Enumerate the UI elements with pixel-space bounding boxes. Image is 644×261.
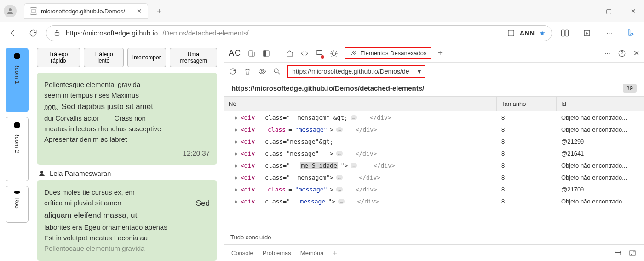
- drawer-add-button[interactable]: +: [333, 249, 337, 257]
- filter-input[interactable]: https://microsoftedge.github.io/Demos/de…: [288, 65, 426, 78]
- bug-icon[interactable]: [330, 49, 338, 58]
- trash-icon[interactable]: [243, 67, 252, 75]
- svg-rect-12: [316, 51, 322, 55]
- new-tab-button[interactable]: +: [152, 4, 167, 18]
- table-body: ▶ <div class=" mensagem" &gt;… </div>8Ob…: [224, 111, 644, 207]
- tab-title: microsoftedge.github.io/Demos/: [41, 8, 125, 15]
- msg-text: Pollentocaue elementum gravida: [44, 243, 210, 254]
- expand-triangle-icon[interactable]: ▶: [235, 175, 238, 180]
- split-screen-icon[interactable]: [558, 26, 572, 41]
- refresh-icon[interactable]: [229, 67, 237, 75]
- table-header: Nó Tamanho Id: [224, 96, 644, 111]
- msg-text: crítica mi pluvial sit amen: [44, 197, 121, 209]
- message-bubble: Dues moles tie cursus ex, em crítica mi …: [37, 180, 217, 261]
- inspect-badge[interactable]: AC: [229, 48, 241, 58]
- expand-triangle-icon[interactable]: ▶: [235, 139, 238, 144]
- table-row[interactable]: ▶ <div class=" me S idade">… </div>8Obje…: [224, 159, 644, 171]
- table-row[interactable]: ▶ <div class=" mensagem" &gt;… </div>8Ob…: [224, 111, 644, 123]
- url-host: https://microsoftedge.github.io: [66, 29, 158, 37]
- svg-point-13: [332, 52, 336, 56]
- status-dot-icon: [14, 191, 20, 194]
- menu-button[interactable]: ⋯: [602, 26, 616, 41]
- welcome-icon[interactable]: [286, 49, 294, 58]
- stop-button[interactable]: Interromper: [127, 48, 166, 67]
- rooms-sidebar: Room 1 Room 2 Roo: [0, 44, 32, 261]
- issues-icon[interactable]: [614, 249, 622, 257]
- filter-value: https://microsoftedge.github.io/Demos/de: [292, 68, 409, 75]
- room-2[interactable]: Room 2: [6, 117, 29, 181]
- slow-traffic-button[interactable]: Tráfego lento: [84, 48, 124, 67]
- help-icon[interactable]: [618, 49, 626, 58]
- detached-elements-tab[interactable]: Elementos Desanexados: [345, 47, 431, 59]
- expand-triangle-icon[interactable]: ▶: [235, 151, 238, 156]
- count-badge: 39: [623, 84, 637, 93]
- message-feed: Tráfego rápido Tráfego lento Interromper…: [32, 44, 224, 261]
- svg-point-15: [261, 70, 264, 72]
- dropdown-caret-icon[interactable]: ▾: [418, 68, 421, 75]
- close-devtools-button[interactable]: ✕: [633, 49, 639, 58]
- more-button[interactable]: ⋯: [604, 50, 610, 57]
- devtools-toolbar: https://microsoftedge.github.io/Demos/de…: [224, 63, 644, 80]
- room-1[interactable]: Room 1: [6, 48, 29, 112]
- bing-icon[interactable]: [624, 26, 638, 41]
- status-dot-icon: [14, 122, 20, 128]
- col-id-header[interactable]: Id: [557, 97, 644, 111]
- status-line: Tudo concluído: [224, 230, 644, 244]
- col-size-header[interactable]: Tamanho: [497, 97, 557, 111]
- back-button[interactable]: [6, 26, 20, 41]
- expand-triangle-icon[interactable]: ▶: [235, 199, 238, 204]
- favorite-star-icon[interactable]: ★: [539, 29, 545, 37]
- msg-text: dui Corvallis actor Crass non: [44, 113, 210, 123]
- elements-icon[interactable]: [300, 49, 309, 58]
- plug-icon: [349, 49, 357, 58]
- room-label: Room 2: [14, 132, 21, 153]
- drawer-memory-tab[interactable]: Memória: [300, 249, 324, 256]
- tab-close-icon[interactable]: ✕: [137, 7, 142, 15]
- collections-icon[interactable]: [580, 26, 594, 41]
- fast-traffic-button[interactable]: Tráfego rápido: [37, 48, 80, 67]
- maximize-button[interactable]: ▢: [602, 7, 615, 15]
- close-window-button[interactable]: ✕: [627, 7, 640, 15]
- sender-name: Lela Parameswaran: [50, 169, 111, 177]
- tab-label: Elementos Desanexados: [360, 50, 427, 57]
- table-row[interactable]: ▶ <div class-"message" >… </div>8@21641: [224, 147, 644, 159]
- msg-text: seem in tempus rises Maximus: [44, 90, 210, 100]
- browser-tab[interactable]: microsoftedge.github.io/Demos/ ✕: [24, 3, 148, 19]
- minimize-button[interactable]: —: [577, 7, 591, 15]
- drawer-problems-tab[interactable]: Problemas: [263, 249, 291, 256]
- svg-rect-5: [565, 30, 569, 36]
- msg-text: meatus in lectors rhonchus susceptive: [44, 123, 210, 134]
- one-message-button[interactable]: Uma mensagem: [170, 48, 217, 67]
- network-icon[interactable]: [315, 48, 323, 58]
- expand-triangle-icon[interactable]: ▶: [235, 115, 238, 120]
- svg-rect-17: [615, 251, 621, 255]
- col-node-header[interactable]: Nó: [224, 97, 497, 111]
- app-icon[interactable]: [507, 29, 515, 37]
- svg-point-7: [40, 171, 43, 174]
- expand-triangle-icon[interactable]: ▶: [235, 187, 238, 192]
- msg-text: Dues moles tie cursus ex, em: [44, 187, 210, 197]
- device-toggle-icon[interactable]: [247, 49, 256, 58]
- eye-icon[interactable]: [258, 67, 266, 75]
- url-input[interactable]: https://microsoftedge.github.io/Demos/de…: [46, 25, 552, 41]
- table-row[interactable]: ▶ <div class="message">… </div>8Objeto n…: [224, 123, 644, 135]
- svg-rect-1: [32, 9, 35, 13]
- more-tabs-button[interactable]: +: [438, 48, 443, 58]
- table-row[interactable]: ▶ <div class="message">… </div>8@21709: [224, 183, 644, 195]
- drawer-console-tab[interactable]: Console: [231, 249, 253, 256]
- message-bubble: Pellentesque elemental gravida seem in t…: [37, 73, 217, 165]
- table-row[interactable]: ▶ <div class=" message">… </div>8Objeto …: [224, 195, 644, 207]
- table-row[interactable]: ▶ <div class=" mensagem">… </div>8Objeto…: [224, 171, 644, 183]
- room-3[interactable]: Roo: [6, 186, 29, 223]
- profile-avatar[interactable]: [4, 5, 17, 17]
- search-icon[interactable]: [273, 67, 281, 75]
- url-path: /Demos/detached-elements/: [162, 29, 249, 37]
- expand-triangle-icon[interactable]: ▶: [235, 127, 238, 132]
- dock-icon[interactable]: [262, 49, 270, 58]
- refresh-button[interactable]: [26, 26, 40, 41]
- expand-drawer-icon[interactable]: [628, 249, 637, 257]
- svg-rect-4: [562, 30, 565, 36]
- expand-triangle-icon[interactable]: ▶: [235, 163, 238, 168]
- table-row[interactable]: ▶ <div class="message"&gt;8@21299: [224, 135, 644, 147]
- demo-app: Room 1 Room 2 Roo Tráfego rápido Tráfego…: [0, 44, 224, 261]
